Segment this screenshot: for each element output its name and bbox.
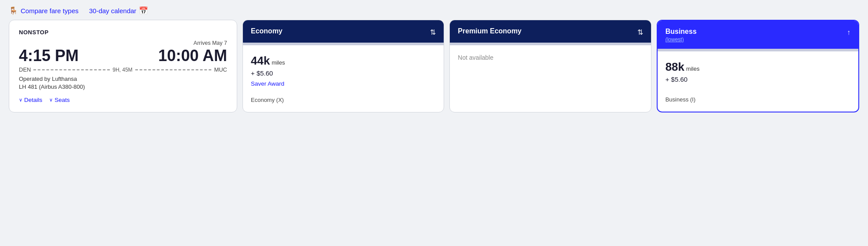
compare-fare-types-link[interactable]: 🪑 Compare fare types: [9, 6, 79, 15]
fare-header-premium-economy: Premium Economy ⇅: [450, 20, 651, 43]
seat-icon: 🪑: [9, 6, 18, 15]
fare-header-economy: Economy ⇅: [243, 20, 444, 43]
main-content: NONSTOP Arrives May 7 4:15 PM 10:00 AM D…: [0, 20, 868, 121]
plus-cash-business: + $5.60: [665, 76, 850, 83]
fare-column-premium-economy: Premium Economy ⇅ Not available: [449, 20, 651, 112]
fare-header-title-economy: Economy: [251, 27, 282, 35]
departure-time: 4:15 PM: [19, 48, 79, 64]
flight-times-row: 4:15 PM 10:00 AM: [19, 48, 227, 64]
plus-cash-economy: + $5.60: [251, 69, 436, 77]
details-label: Details: [24, 97, 42, 103]
route-line: 9H, 45M: [33, 67, 211, 73]
miles-unit-business: miles: [686, 65, 699, 72]
chevron-seats-icon: ∨: [49, 97, 53, 103]
miles-value-business: 88k: [665, 60, 684, 74]
duration-label: 9H, 45M: [111, 67, 134, 73]
saver-link-economy[interactable]: Saver Award: [251, 80, 436, 87]
miles-row-economy: 44k miles: [251, 54, 436, 68]
operator-info: Operated by Lufthansa: [19, 76, 227, 82]
details-row: ∨ Details ∨ Seats: [19, 97, 227, 103]
details-link[interactable]: ∨ Details: [19, 97, 42, 103]
miles-unit-economy: miles: [271, 59, 285, 66]
fare-header-business: Business (lowest) ↑: [658, 21, 858, 49]
compare-fare-label: Compare fare types: [21, 7, 79, 14]
fare-body-business: 88k miles + $5.60 Business (I): [658, 51, 858, 112]
miles-value-economy: 44k: [251, 54, 270, 68]
toolbar: 🪑 Compare fare types 30-day calendar 📅: [0, 0, 868, 20]
arrival-time: 10:00 AM: [158, 48, 227, 64]
fare-columns: Economy ⇅ 44k miles + $5.60 Saver Award …: [242, 20, 859, 112]
fare-price-economy: 44k miles + $5.60 Saver Award: [251, 54, 436, 90]
fare-price-premium-economy: Not available: [458, 54, 643, 96]
fare-header-subtitle-business[interactable]: (lowest): [665, 36, 697, 43]
miles-row-business: 88k miles: [665, 60, 850, 74]
fare-price-business: 88k miles + $5.60: [665, 60, 850, 89]
not-available-text: Not available: [458, 54, 643, 61]
destination-airport: MUC: [214, 66, 227, 73]
fare-column-economy: Economy ⇅ 44k miles + $5.60 Saver Award …: [242, 20, 444, 112]
fare-class-business: Business (I): [665, 89, 850, 103]
fare-header-title-premium-economy: Premium Economy: [458, 27, 521, 35]
sort-icon-business[interactable]: ↑: [847, 29, 850, 36]
page-wrapper: 🪑 Compare fare types 30-day calendar 📅 N…: [0, 0, 868, 246]
stop-type-label: NONSTOP: [19, 29, 227, 36]
chevron-details-icon: ∨: [19, 97, 22, 103]
calendar-label: 30-day calendar: [89, 7, 137, 14]
arrives-label: Arrives May 7: [19, 40, 227, 46]
flight-number-info: LH 481 (Airbus A380-800): [19, 83, 227, 90]
calendar-link[interactable]: 30-day calendar 📅: [89, 6, 148, 15]
dash-right: [135, 69, 212, 70]
fare-header-title-business: Business (lowest): [665, 28, 697, 43]
fare-column-business: Business (lowest) ↑ 88k miles + $5.60 Bu…: [657, 20, 859, 112]
route-row: DEN 9H, 45M MUC: [19, 66, 227, 73]
fare-class-economy: Economy (X): [251, 90, 436, 103]
seats-label: Seats: [54, 97, 70, 103]
sort-icon-premium-economy[interactable]: ⇅: [637, 28, 643, 36]
flight-card: NONSTOP Arrives May 7 4:15 PM 10:00 AM D…: [9, 20, 237, 112]
origin-airport: DEN: [19, 66, 31, 73]
calendar-icon: 📅: [139, 6, 148, 15]
fare-class-premium-economy: [458, 96, 643, 103]
fare-body-economy: 44k miles + $5.60 Saver Award Economy (X…: [243, 45, 444, 112]
fare-body-premium-economy: Not available: [450, 45, 651, 112]
dash-left: [33, 69, 110, 70]
seats-link[interactable]: ∨ Seats: [49, 97, 70, 103]
sort-icon-economy[interactable]: ⇅: [430, 28, 436, 36]
